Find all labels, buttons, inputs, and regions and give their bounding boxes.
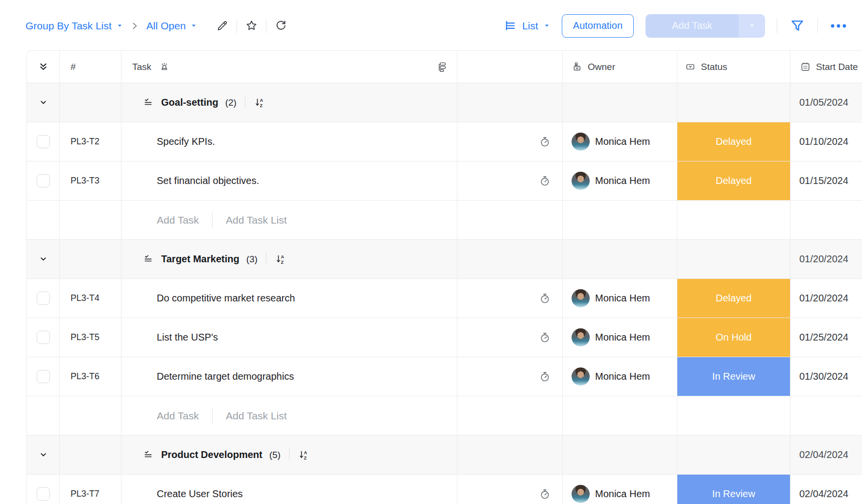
owner-cell: Monica Hem [563,318,677,357]
task-checkbox[interactable] [37,292,50,305]
task-start-date[interactable]: 01/15/2024 [799,175,848,186]
hierarchy-icon[interactable] [436,61,447,72]
task-checkbox[interactable] [37,174,50,187]
timer-icon[interactable] [538,292,551,305]
status-badge[interactable]: In Review [677,357,790,396]
sort-az-icon[interactable]: AZ [298,449,310,461]
task-id-cell: PL3-T4 [60,279,121,318]
star-icon[interactable] [245,19,258,32]
status-badge[interactable]: Delayed [677,161,790,200]
group-title-cell: Product Development(5)AZ [121,435,457,475]
more-options-icon[interactable] [830,23,847,29]
filter-icon[interactable] [789,18,806,34]
sort-az-icon[interactable]: AZ [254,97,265,109]
view-action-icons [216,19,287,33]
collapse-all-icon[interactable] [37,61,49,73]
task-list-icon [142,449,154,461]
timer-cell [457,318,563,357]
id-column-header[interactable]: # [60,51,121,83]
table-header-row: # Task Owner Status Start Date [27,51,862,83]
add-task-list-link[interactable]: Add Task List [226,214,287,226]
status-dropdown-icon [685,61,696,72]
svg-text:A: A [304,450,307,455]
divider [212,409,213,423]
collapse-group-icon[interactable] [38,97,49,108]
status-column-header[interactable]: Status [677,51,790,83]
owner-avatar[interactable] [572,328,590,346]
task-checkbox[interactable] [37,135,50,148]
edit-icon[interactable] [216,19,229,32]
refresh-icon[interactable] [274,19,287,32]
add-task-link[interactable]: Add Task [157,214,199,226]
timer-cell [457,279,563,318]
owner-avatar[interactable] [572,172,590,190]
empty-cell [790,396,862,435]
task-column-header[interactable]: Task [121,51,457,83]
add-task-button[interactable]: Add Task [646,14,739,38]
group-start-date: 01/20/2024 [799,253,848,265]
group-title[interactable]: Target Marketing [161,253,239,265]
group-title[interactable]: Goal-setting [161,97,218,108]
empty-cell [27,201,60,240]
add-task-list-link[interactable]: Add Task List [226,410,287,422]
task-name[interactable]: Specify KPIs. [157,136,215,147]
task-name[interactable]: Determine target demographics [157,371,294,382]
task-start-date[interactable]: 01/25/2024 [799,332,848,343]
timer-icon[interactable] [538,370,551,383]
task-row: PL3-T4Do competitive market researchMoni… [27,279,862,318]
task-checkbox[interactable] [37,487,50,501]
owner-column-header[interactable]: Owner [563,51,677,83]
start-date-column-header[interactable]: Start Date [790,51,862,83]
task-checkbox[interactable] [37,370,50,383]
status-badge[interactable]: In Review [677,475,790,504]
timer-cell [457,357,563,396]
status-badge[interactable]: On Hold [677,318,790,357]
task-row: PL3-T6Determine target demographicsMonic… [27,357,862,396]
svg-text:A: A [281,254,284,259]
view-filter-dropdown[interactable]: All Open [146,20,197,32]
owner-avatar[interactable] [572,133,590,151]
owner-icon [572,61,583,72]
group-title[interactable]: Product Development [161,449,263,460]
timer-icon[interactable] [538,135,551,148]
status-badge[interactable]: Delayed [677,122,790,161]
view-switcher-dropdown[interactable]: List [503,19,550,32]
task-group-row: Goal-setting(2)AZ01/05/2024 [27,83,862,122]
owner-name: Monica Hem [595,371,650,382]
owner-avatar[interactable] [572,289,590,307]
timer-icon[interactable] [538,487,551,501]
calendar-icon [800,61,811,72]
add-task-link[interactable]: Add Task [157,410,199,422]
timer-icon[interactable] [538,174,551,187]
add-task-dropdown-button[interactable] [739,14,765,38]
empty-cell [563,435,677,475]
group-by-dropdown[interactable]: Group By Task List [25,20,123,32]
group-count: (3) [246,254,258,265]
collapse-group-icon[interactable] [38,253,49,265]
add-task-row: Add TaskAdd Task List [27,396,862,435]
task-list-icon [142,96,154,109]
divider [212,213,213,228]
chevron-down-icon [749,23,755,29]
empty-cell [60,201,121,240]
timer-icon[interactable] [538,331,551,344]
sort-az-icon[interactable]: AZ [275,253,287,265]
task-start-date[interactable]: 01/30/2024 [799,371,848,382]
breadcrumb-separator-icon [130,21,140,31]
task-start-date[interactable]: 01/10/2024 [799,136,848,147]
empty-cell [457,396,563,435]
task-checkbox[interactable] [37,331,50,344]
task-name[interactable]: List the USP's [157,332,218,343]
automation-button[interactable]: Automation [562,14,634,38]
toolbar: Group By Task List All Open List Automat… [0,0,862,50]
status-badge[interactable]: Delayed [677,279,790,318]
owner-avatar[interactable] [572,367,590,386]
task-start-date[interactable]: 02/04/2024 [799,488,848,500]
task-name[interactable]: Create User Stories [157,488,243,500]
timer-cell [457,161,563,201]
task-name[interactable]: Do competitive market research [157,293,295,304]
owner-avatar[interactable] [572,485,590,503]
collapse-group-icon[interactable] [38,449,49,460]
task-name[interactable]: Set financial objectives. [157,175,259,186]
task-start-date[interactable]: 01/20/2024 [799,293,848,304]
